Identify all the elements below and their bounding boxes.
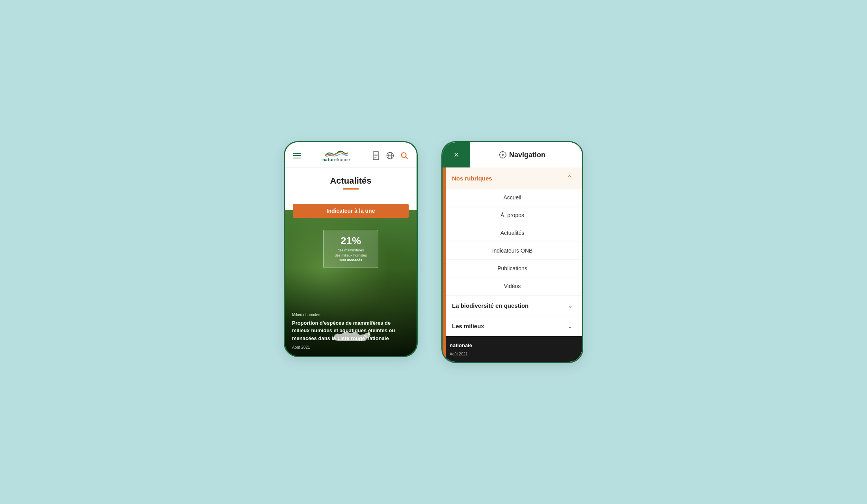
nav-item-apropos[interactable]: À propos (443, 206, 582, 224)
close-button[interactable]: × (443, 142, 470, 167)
svg-point-12 (502, 154, 503, 156)
article-card[interactable]: 21% des mammifères des milieux humides s… (285, 210, 417, 356)
close-icon: × (454, 150, 459, 160)
title-underline (343, 188, 359, 190)
page-title: Actualités (285, 168, 417, 188)
svg-point-7 (401, 153, 406, 158)
overlay-title: nationale (450, 342, 575, 350)
logo-waves-svg (324, 149, 348, 157)
phone2-header: × Navigation (443, 142, 582, 167)
document-icon[interactable] (372, 151, 380, 160)
nav-item-publications[interactable]: Publications (443, 260, 582, 277)
nos-rubriques-label: Nos rubriques (452, 175, 492, 182)
stat-box: 21% des mammifères des milieux humides s… (323, 230, 378, 268)
nav-section-milieux-label: Les milieux (452, 323, 484, 329)
hamburger-menu-icon[interactable] (293, 153, 301, 158)
phone2-content: Nos rubriques ⌃ Accueil À propos Actuali… (443, 167, 582, 362)
nav-section-biodiversite[interactable]: La biodiversité en question ⌄ (443, 295, 582, 316)
nav-item-actualites[interactable]: Actualités (443, 224, 582, 242)
phone2: × Navigation Nos rubriques (441, 141, 583, 363)
phone1-content: Actualités Indicateur à la une 21% des m… (285, 168, 417, 356)
card-title: Proportion d'espèces de mammifères de mi… (292, 319, 409, 342)
left-accent-bar (443, 167, 446, 362)
chevron-up-icon: ⌃ (567, 174, 573, 182)
stat-percent: 21% (331, 235, 370, 247)
card-tag: Milieux humides (292, 312, 409, 317)
globe-icon[interactable] (386, 151, 394, 160)
nav-title-area: Navigation (470, 151, 582, 159)
phone2-inner: Nos rubriques ⌃ Accueil À propos Actuali… (443, 167, 582, 362)
logo-text: naturefrance (322, 157, 350, 162)
nav-section-biodiversite-label: La biodiversité en question (452, 302, 528, 309)
card-text-area: Milieux humides Proportion d'espèces de … (285, 306, 417, 356)
search-icon[interactable] (400, 151, 409, 160)
indicateur-badge[interactable]: Indicateur à la une (293, 204, 409, 218)
chevron-down-icon-1: ⌄ (567, 302, 573, 309)
svg-line-8 (406, 157, 407, 159)
overlay-date: Août 2021 (450, 352, 575, 356)
nav-title: Navigation (509, 151, 545, 159)
stat-label: des mammifères des milieux humides sont … (331, 248, 370, 263)
bottom-overlay: nationale Août 2021 (443, 336, 582, 362)
nav-item-videos[interactable]: Vidéos (443, 277, 582, 295)
phone1-header: naturefrance (285, 142, 417, 168)
card-date: Août 2021 (292, 345, 409, 350)
nav-items-list: Accueil À propos Actualités Indicateurs … (443, 189, 582, 295)
nav-item-indicateurs[interactable]: Indicateurs ONB (443, 242, 582, 260)
phones-container: naturefrance (284, 141, 583, 363)
nos-rubriques-header[interactable]: Nos rubriques ⌃ (443, 167, 582, 189)
nav-section-milieux[interactable]: Les milieux ⌄ (443, 316, 582, 336)
header-icons (372, 151, 409, 160)
logo[interactable]: naturefrance (322, 149, 350, 162)
compass-icon (499, 151, 507, 159)
nav-item-accueil[interactable]: Accueil (443, 189, 582, 206)
chevron-down-icon-2: ⌄ (567, 322, 573, 330)
phone1: naturefrance (284, 141, 418, 357)
